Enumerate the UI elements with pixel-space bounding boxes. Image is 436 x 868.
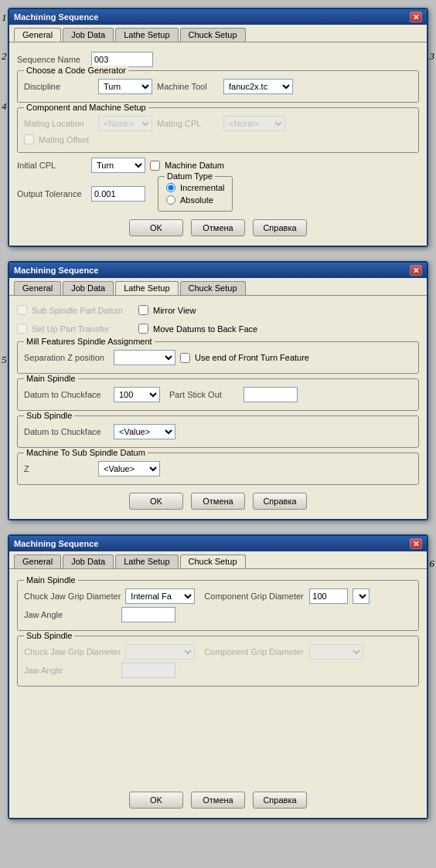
sequence-name-label: Sequence Name [17, 55, 87, 64]
title-bar-1: Machining Sequence ✕ [9, 9, 427, 25]
datum-chuckface-select[interactable]: 100 [114, 387, 160, 402]
window-1-title: Machining Sequence [14, 12, 98, 22]
mill-features-group: Mill Features Spindle Assignment Separat… [17, 341, 419, 374]
ok-button-2[interactable]: OK [129, 493, 183, 510]
jaw-angle-input[interactable] [121, 607, 175, 622]
initial-cpl-select[interactable]: Turn [91, 158, 145, 173]
tab-lathesetup-3[interactable]: Lathe Setup [115, 554, 178, 568]
window-2: Machining Sequence ✕ General Job Data La… [8, 261, 428, 520]
separation-z-label: Separation Z position [24, 353, 109, 362]
mating-location-row: Mating Location <None> Mating CPL <None> [24, 116, 412, 131]
tab-strip-1: General Job Data Lathe Setup Chuck Setup [9, 25, 427, 42]
initial-cpl-row: Initial CPL Turn Machine Datum [17, 158, 419, 173]
close-button-1[interactable]: ✕ [410, 12, 422, 22]
machine-sub-spindle-group: Machine To Sub Spindle Datum Z <Value> [17, 453, 419, 485]
sequence-name-input[interactable] [91, 52, 153, 67]
help-button-2[interactable]: Справка [253, 493, 307, 510]
ok-button-3[interactable]: OK [129, 792, 183, 809]
tab-general-2[interactable]: General [14, 281, 61, 295]
datum-type-group: Datum Type Incremental Absolute [158, 176, 233, 212]
title-bar-buttons-1: ✕ [410, 12, 422, 22]
sub-component-grip-select[interactable] [309, 644, 363, 659]
chuck-jaw-row: Chuck Jaw Grip Diameter Internal Fa Exte… [24, 588, 412, 604]
title-bar-buttons-3: ✕ [410, 538, 422, 549]
mating-cpl-select[interactable]: <None> [223, 116, 285, 131]
close-button-3[interactable]: ✕ [410, 538, 422, 549]
initial-cpl-label: Initial CPL [17, 161, 87, 170]
part-stick-out-input[interactable] [244, 387, 298, 402]
btn-row-1: OK Отмена Справка [17, 219, 419, 236]
datum-chuckface-row: Datum to Chuckface 100 Part Stick Out [24, 387, 412, 402]
cancel-button-2[interactable]: Отмена [191, 493, 245, 510]
close-button-2[interactable]: ✕ [410, 265, 422, 276]
machine-datum-checkbox[interactable] [150, 161, 160, 171]
incremental-radio[interactable] [166, 183, 175, 192]
mating-offset-checkbox[interactable] [24, 134, 34, 144]
tab-general-1[interactable]: General [14, 28, 61, 42]
tab-jobdata-3[interactable]: Job Data [63, 554, 114, 568]
machine-tool-select[interactable]: fanuc2x.tc [223, 79, 293, 94]
chuck-jaw-select[interactable]: Internal Fa External [125, 588, 195, 604]
discipline-select[interactable]: Turn [98, 79, 152, 94]
tab-chucksetup-2[interactable]: Chuck Setup [180, 281, 246, 295]
help-button-3[interactable]: Справка [253, 792, 307, 809]
ok-button-1[interactable]: OK [129, 219, 183, 236]
discipline-label: Discipline [24, 82, 94, 91]
use-end-front-checkbox[interactable] [180, 353, 190, 363]
part-stick-out-label: Part Stick Out [169, 390, 239, 399]
sub-chuck-jaw-row: Chuck Jaw Grip Diameter Component Grip D… [24, 644, 412, 659]
z-row: Z <Value> [24, 461, 412, 476]
discipline-row: Discipline Turn Machine Tool fanuc2x.tc [24, 79, 412, 94]
sub-datum-chuckface-select[interactable]: <Value> [114, 424, 175, 439]
annotation-1: 1 [2, 12, 7, 24]
window-3-title: Machining Sequence [14, 539, 98, 548]
tab-strip-3: General Job Data Lathe Setup Chuck Setup [9, 551, 427, 568]
machine-tool-label: Machine Tool [157, 82, 219, 91]
component-grip-input[interactable] [309, 588, 348, 604]
title-bar-buttons-2: ✕ [410, 265, 422, 276]
z-label: Z [24, 464, 94, 473]
main-spindle-group-2: Main Spindle Datum to Chuckface 100 Part… [17, 378, 419, 411]
annotation-5: 5 [2, 354, 7, 366]
window-2-title: Machining Sequence [14, 266, 98, 275]
annotation-3: 3 [430, 50, 435, 63]
incremental-label: Incremental [180, 183, 224, 192]
tab-jobdata-2[interactable]: Job Data [63, 281, 114, 295]
code-gen-label: Choose a Code Generator [24, 66, 128, 75]
tab-lathesetup-2[interactable]: Lathe Setup [115, 281, 178, 295]
tab-chucksetup-3[interactable]: Chuck Setup [180, 554, 246, 568]
tab-jobdata-1[interactable]: Job Data [63, 28, 114, 42]
sub-jaw-angle-input[interactable] [121, 663, 175, 678]
set-up-part-transfer-checkbox[interactable] [17, 324, 27, 334]
sub-chuck-jaw-select[interactable] [125, 644, 195, 659]
sub-datum-chuckface-label: Datum to Chuckface [24, 427, 109, 436]
help-button-1[interactable]: Справка [253, 219, 307, 236]
sub-spindle-datum-checkbox[interactable] [17, 305, 27, 315]
btn-row-3: OK Отмена Справка [17, 792, 419, 809]
comp-machine-label: Component and Machine Setup [24, 103, 148, 112]
cancel-button-3[interactable]: Отмена [191, 792, 245, 809]
absolute-radio[interactable] [166, 195, 175, 205]
separation-z-select[interactable] [114, 350, 175, 365]
tab-general-3[interactable]: General [14, 554, 61, 568]
mirror-view-checkbox[interactable] [138, 305, 148, 315]
component-grip-select[interactable] [353, 588, 370, 604]
cancel-button-1[interactable]: Отмена [191, 219, 245, 236]
set-up-part-transfer-label: Set Up Part Transfer [32, 324, 109, 334]
machine-sub-spindle-label: Machine To Sub Spindle Datum [24, 448, 148, 457]
move-datums-checkbox[interactable] [138, 324, 148, 334]
mating-location-select[interactable]: <None> [98, 116, 152, 131]
absolute-row: Absolute [166, 195, 224, 205]
output-tolerance-input[interactable] [91, 186, 145, 202]
sub-chuck-jaw-label: Chuck Jaw Grip Diameter [24, 647, 121, 656]
sub-spindle-label-3: Sub Spindle [24, 631, 74, 640]
jaw-angle-row: Jaw Angle [24, 607, 412, 622]
mating-offset-row: Mating Offset [24, 134, 412, 144]
window-3-content: Main Spindle Chuck Jaw Grip Diameter Int… [9, 568, 427, 818]
z-select[interactable]: <Value> [98, 461, 160, 476]
spacer-3 [17, 691, 419, 784]
tab-chucksetup-1[interactable]: Chuck Setup [180, 28, 246, 42]
tab-lathesetup-1[interactable]: Lathe Setup [115, 28, 178, 42]
datum-chuckface-label: Datum to Chuckface [24, 390, 109, 399]
jaw-angle-label: Jaw Angle [24, 610, 117, 619]
